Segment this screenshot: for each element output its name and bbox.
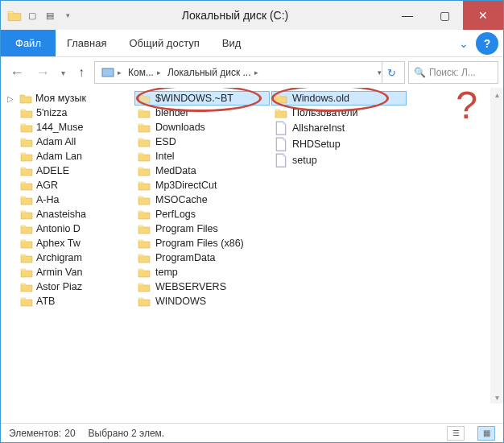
folder-icon (275, 107, 287, 118)
item-label: ProgramData (155, 252, 215, 263)
tree-item-label: Adam Lan (36, 151, 82, 162)
file-item[interactable]: RHDSetup (271, 136, 407, 152)
expand-icon[interactable]: ▷ (7, 94, 16, 103)
tree-item[interactable]: Armin Van (4, 265, 130, 279)
qat-properties-icon[interactable]: ▤ (43, 8, 57, 23)
item-label: setup (292, 155, 317, 166)
folder-item[interactable]: WINDOWS (134, 294, 270, 308)
titlebar: ▢ ▤ ▾ Локальный диск (C:) — ▢ ✕ (1, 1, 503, 30)
folder-item[interactable]: Downloads (134, 120, 270, 135)
folder-item[interactable]: ESD (134, 135, 270, 149)
folder-item[interactable]: MSOCache (134, 193, 270, 207)
file-pane: $WINDOWS.~BTblenderDownloadsESDIntelMedD… (130, 88, 503, 423)
tree-item-label: Astor Piaz (36, 281, 82, 292)
folder-icon (138, 296, 151, 307)
tree-item[interactable]: Anasteisha (4, 207, 130, 222)
close-button[interactable]: ✕ (463, 1, 503, 30)
folder-icon (138, 93, 151, 104)
folder-item[interactable]: WEBSERVERS (134, 279, 270, 294)
tree-item-label: Aphex Tw (36, 238, 81, 249)
tree-item[interactable]: ATB (4, 294, 130, 308)
folder-icon (20, 223, 33, 234)
tree-item-label: 144_Muse (36, 122, 83, 133)
breadcrumb-seg1[interactable]: Ком...▸ (125, 67, 164, 78)
folder-item[interactable]: MedData (134, 164, 270, 178)
history-dropdown-icon[interactable]: ▾ (57, 61, 68, 84)
folder-icon (138, 209, 151, 220)
ribbon-expand-icon[interactable]: ⌄ (453, 30, 474, 56)
item-label: $WINDOWS.~BT (155, 93, 233, 104)
folder-item[interactable]: Program Files (134, 222, 270, 236)
folder-icon (20, 252, 33, 263)
file-item[interactable]: AllshareInst (271, 120, 407, 136)
tree-item[interactable]: Adam All (4, 135, 130, 149)
minimize-button[interactable]: — (389, 1, 426, 30)
file-icon (275, 154, 287, 167)
tree-item[interactable]: Astor Piaz (4, 279, 130, 294)
tab-file[interactable]: Файл (1, 30, 56, 56)
item-label: PerfLogs (155, 209, 196, 220)
tree-item-label: Archigram (36, 252, 82, 263)
address-bar[interactable]: ▸ Ком...▸ Локальный диск ...▸ ▾ ↻ (94, 61, 405, 84)
tree-item[interactable]: Antonio D (4, 222, 130, 236)
scroll-down-icon[interactable]: ▾ (490, 391, 503, 404)
svg-rect-0 (102, 68, 114, 77)
tree-item[interactable]: A-Ha (4, 193, 130, 207)
help-button[interactable]: ? (476, 32, 498, 55)
folder-item[interactable]: Intel (134, 149, 270, 164)
item-label: WINDOWS (155, 296, 206, 307)
tree-item[interactable]: Archigram (4, 250, 130, 265)
tree-pane: ▷ Моя музык 5'nizza144_MuseAdam AllAdam … (1, 88, 130, 423)
status-bar: Элементов: 20 Выбрано 2 элем. ☰ ▦ (1, 423, 503, 442)
tree-item[interactable]: 144_Muse (4, 120, 130, 135)
folder-icon (138, 267, 151, 278)
file-icon (275, 122, 287, 135)
tab-share[interactable]: Общий доступ (118, 30, 210, 56)
forward-button[interactable]: → (31, 61, 54, 84)
tree-item[interactable]: Aphex Tw (4, 236, 130, 250)
folder-item[interactable]: Mp3DirectCut (134, 178, 270, 193)
refresh-button[interactable]: ↻ (382, 62, 401, 83)
back-button[interactable]: ← (6, 61, 28, 84)
tree-item[interactable]: Adam Lan (4, 149, 130, 164)
file-column-1: $WINDOWS.~BTblenderDownloadsESDIntelMedD… (134, 91, 270, 420)
folder-item[interactable]: $WINDOWS.~BT (134, 91, 270, 106)
scrollbar-vertical[interactable]: ▴ ▾ (490, 88, 503, 404)
folder-icon (138, 281, 151, 292)
up-button[interactable]: ↑ (72, 63, 91, 82)
maximize-button[interactable]: ▢ (426, 1, 463, 30)
tree-item-label: AGR (36, 180, 58, 191)
view-details-button[interactable]: ☰ (447, 426, 465, 441)
file-item[interactable]: setup (271, 152, 407, 168)
search-input[interactable]: 🔍 Поиск: Л... (408, 61, 498, 84)
folder-item[interactable]: blender (134, 106, 270, 120)
folder-icon (138, 238, 151, 249)
status-count-label: Элементов: (9, 428, 61, 439)
view-icons-button[interactable]: ▦ (477, 426, 495, 441)
tree-item[interactable]: AGR (4, 178, 130, 193)
folder-item[interactable]: temp (134, 265, 270, 279)
folder-icon (138, 223, 151, 234)
tree-item[interactable]: 5'nizza (4, 106, 130, 120)
tab-home[interactable]: Главная (56, 30, 118, 56)
tree-item-label: 5'nizza (36, 107, 68, 118)
tree-item-label: Anasteisha (36, 209, 86, 220)
scroll-up-icon[interactable]: ▴ (490, 88, 503, 101)
item-label: Program Files (x86) (155, 238, 244, 249)
folder-icon (138, 180, 151, 191)
folder-item[interactable]: Windows.old (271, 91, 407, 106)
folder-item[interactable]: Program Files (x86) (134, 236, 270, 250)
tree-item-label: ADELE (36, 165, 69, 176)
qat-new-icon[interactable]: ▢ (25, 8, 39, 23)
tab-view[interactable]: Вид (211, 30, 253, 56)
folder-item[interactable]: PerfLogs (134, 207, 270, 222)
tree-item[interactable]: ADELE (4, 164, 130, 178)
breadcrumb-seg2[interactable]: Локальный диск ...▸ (164, 67, 262, 78)
folder-item[interactable]: ProgramData (134, 250, 270, 265)
folder-item[interactable]: Пользователи (271, 106, 407, 120)
qat-dropdown-icon[interactable]: ▾ (60, 8, 75, 23)
breadcrumb-root-icon[interactable]: ▸ (98, 67, 125, 78)
folder-icon (20, 209, 33, 220)
tree-root[interactable]: ▷ Моя музык (4, 91, 130, 106)
folder-icon (20, 151, 33, 162)
